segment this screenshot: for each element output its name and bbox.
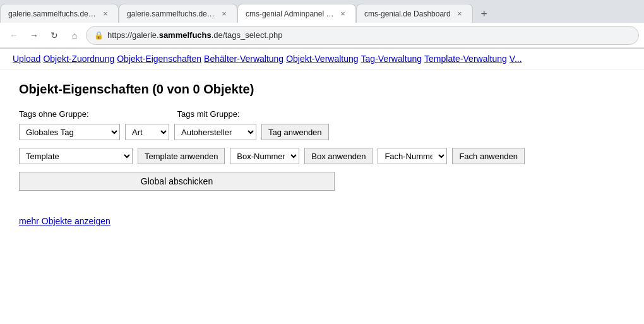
fach-anwenden-button[interactable]: Fach anwenden [452,148,525,164]
globales-tag-select[interactable]: Globales Tag [19,124,120,140]
art-select[interactable]: Art [125,124,169,140]
tab-2[interactable]: galerie.sammelfuchs.de/showfach... × [119,4,237,23]
nav-v[interactable]: V... [510,54,522,64]
lock-icon: 🔒 [94,31,104,40]
tab-4[interactable]: cms-genial.de Dashboard × [356,4,473,23]
box-anwenden-button[interactable]: Box anwenden [304,148,373,164]
browser-chrome: galerie.sammelfuchs.de/fachverwal... × g… [0,0,644,49]
nav-upload[interactable]: Upload [13,54,40,64]
page-nav: Upload Objekt-Zuordnung Objekt-Eigenscha… [0,49,644,69]
page-title: Objekt-Eigenschaften (0 von 0 Objekte) [19,82,625,97]
autohersteller-select[interactable]: Autohersteller [174,124,256,140]
browser-nav-bar: ← → ↻ ⌂ 🔒 https://galerie.sammelfuchs.de… [0,23,644,48]
tags-row-labels: Tags ohne Gruppe: Tags mit Gruppe: Globa… [19,109,625,140]
tab-3[interactable]: cms-genial Adminpanel | Partner × [237,4,356,23]
tags-ohne-gruppe-label: Tags ohne Gruppe: [19,109,89,119]
tab-4-label: cms-genial.de Dashboard [364,9,451,18]
back-button[interactable]: ← [5,27,23,44]
tab-3-label: cms-genial Adminpanel | Partner [246,9,334,18]
tab-2-label: galerie.sammelfuchs.de/showfach... [127,9,215,18]
home-button[interactable]: ⌂ [66,27,83,44]
tab-bar: galerie.sammelfuchs.de/fachverwal... × g… [0,0,644,23]
nav-objekt-verwaltung[interactable]: Objekt-Verwaltung [286,54,358,64]
nav-tag-verwaltung[interactable]: Tag-Verwaltung [361,54,422,64]
template-anwenden-button[interactable]: Template anwenden [138,148,225,164]
reload-button[interactable]: ↻ [45,27,63,44]
mehr-objekte-link[interactable]: mehr Objekte anzeigen [19,216,110,226]
tab-1-close[interactable]: × [100,9,110,18]
tag-anwenden-button[interactable]: Tag anwenden [261,124,329,140]
tab-2-close[interactable]: × [219,9,229,18]
fach-nummer-select[interactable]: Fach-Nummer [378,148,447,164]
template-select[interactable]: Template [19,148,133,164]
tab-3-close[interactable]: × [338,9,348,18]
global-abschicken-container: Global abschicken [19,172,625,191]
global-abschicken-button[interactable]: Global abschicken [19,172,335,191]
address-url: https://galerie.sammelfuchs.de/tags_sele… [107,30,631,40]
tags-mit-gruppe-label: Tags mit Gruppe: [177,109,240,119]
main-content: Objekt-Eigenschaften (0 von 0 Objekte) T… [0,69,644,239]
forward-button[interactable]: → [25,27,43,44]
address-bar[interactable]: 🔒 https://galerie.sammelfuchs.de/tags_se… [86,26,639,45]
nav-template-verwaltung[interactable]: Template-Verwaltung [424,54,507,64]
tags-form-row: Globales Tag Art Autohersteller Tag anwe… [19,124,625,140]
nav-objekt-zuordnung[interactable]: Objekt-Zuordnung [43,54,114,64]
tab-1-label: galerie.sammelfuchs.de/fachverwal... [8,9,97,18]
tab-1[interactable]: galerie.sammelfuchs.de/fachverwal... × [0,4,119,23]
template-form-row: Template Template anwenden Box-Nummer Bo… [19,148,625,164]
box-nummer-select[interactable]: Box-Nummer [230,148,299,164]
nav-objekt-eigenschaften[interactable]: Objekt-Eigenschaften [117,54,201,64]
new-tab-button[interactable]: + [475,5,493,23]
nav-behaelter-verwaltung[interactable]: Behälter-Verwaltung [204,54,283,64]
tab-4-close[interactable]: × [455,9,465,18]
